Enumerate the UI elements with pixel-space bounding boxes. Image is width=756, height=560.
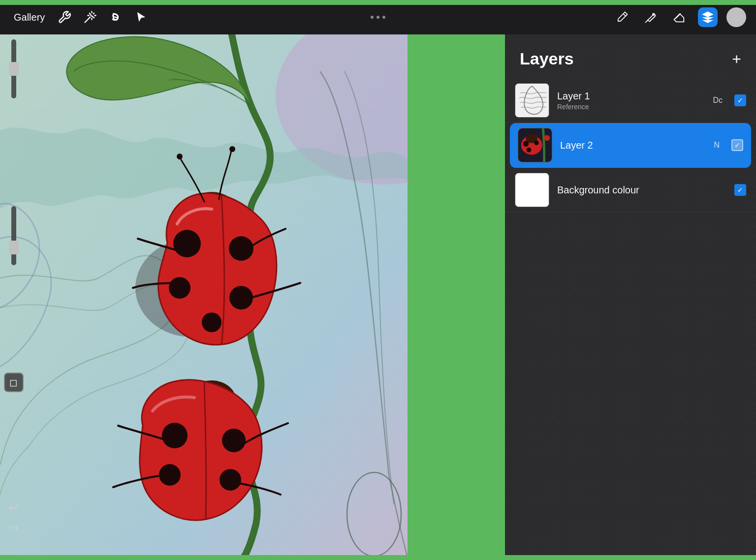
svg-point-23 xyxy=(222,429,246,452)
green-border-bottom xyxy=(0,555,756,560)
brush-size-slider-group xyxy=(11,39,16,98)
eraser-icon xyxy=(672,10,686,24)
layer-1-name: Layer 1 xyxy=(557,91,705,102)
brush-size-track[interactable] xyxy=(11,39,16,98)
eraser-button[interactable] xyxy=(669,7,689,27)
layer-2-mode: N xyxy=(714,141,720,150)
undo-redo-group: ↩ ↪ xyxy=(8,500,19,535)
dot1 xyxy=(371,16,374,19)
wrench-icon xyxy=(58,10,71,24)
svg-point-33 xyxy=(544,135,550,141)
cursor-icon xyxy=(134,10,148,24)
gallery-button[interactable]: Gallery xyxy=(10,10,49,25)
layer-bg-check: ✓ xyxy=(737,187,743,193)
brush-size-thumb[interactable] xyxy=(9,62,19,76)
layer-1-thumbnail xyxy=(515,83,549,118)
layer-2-check: ✓ xyxy=(734,142,740,149)
layer-2-visibility[interactable]: ✓ xyxy=(731,139,743,151)
layers-panel: Layers + Layer 1 Reference xyxy=(505,34,756,560)
wrench-button[interactable] xyxy=(55,7,74,27)
opacity-thumb[interactable] xyxy=(9,241,19,254)
layer-bg-info: Background colour xyxy=(557,185,726,196)
svg-point-25 xyxy=(220,469,241,491)
canvas-area xyxy=(0,34,408,555)
layer-2-name: Layer 2 xyxy=(560,140,706,151)
opacity-track[interactable] xyxy=(11,206,16,265)
svg-point-22 xyxy=(162,423,188,448)
add-layer-button[interactable]: + xyxy=(732,51,741,67)
selection-button[interactable]: ◻ xyxy=(4,373,24,392)
layer-bg-thumbnail xyxy=(515,173,549,207)
avatar-button[interactable] xyxy=(726,7,746,27)
redo-button[interactable]: ↪ xyxy=(8,520,19,535)
layer-2-thumbnail xyxy=(518,128,552,162)
panel-content: Layers + Layer 1 Reference xyxy=(505,34,756,213)
undo-button[interactable]: ↩ xyxy=(8,500,19,515)
magic-button[interactable] xyxy=(80,7,100,27)
layers-button[interactable] xyxy=(698,7,718,27)
layer-1-visibility[interactable]: ✓ xyxy=(734,94,746,106)
layer-1-mode: Dc xyxy=(713,96,723,105)
eyedropper-icon xyxy=(644,10,658,24)
top-bar: Gallery S xyxy=(0,0,756,34)
layer-row-2[interactable]: Layer 2 N ✓ xyxy=(510,123,751,168)
dot2 xyxy=(377,16,379,19)
magic-icon xyxy=(83,10,97,24)
layer-row-1[interactable]: Layer 1 Reference Dc ✓ xyxy=(505,78,756,123)
selection-icon: ◻ xyxy=(9,376,18,388)
layer-2-info: Layer 2 xyxy=(560,140,706,151)
layer-bg-visibility[interactable]: ✓ xyxy=(734,184,746,196)
svg-point-12 xyxy=(229,236,253,261)
layer-row-bg[interactable]: Background colour ✓ xyxy=(505,168,756,213)
green-border-top xyxy=(0,0,756,5)
left-toolbar: ◻ ↩ ↪ xyxy=(0,39,27,550)
smudge-icon: S xyxy=(109,10,123,24)
svg-point-15 xyxy=(202,312,221,332)
layer-1-info: Layer 1 Reference xyxy=(557,91,705,111)
opacity-slider-group xyxy=(11,206,16,265)
svg-point-30 xyxy=(523,141,529,147)
layer-1-check: ✓ xyxy=(737,97,743,104)
layers-title: Layers xyxy=(520,49,574,68)
eyedropper-button[interactable] xyxy=(641,7,661,27)
drawing-canvas xyxy=(0,34,408,555)
svg-point-14 xyxy=(229,286,253,310)
smudge-button[interactable]: S xyxy=(106,7,126,27)
svg-point-32 xyxy=(527,148,532,153)
layer-bg-name: Background colour xyxy=(557,185,726,196)
pen-button[interactable] xyxy=(612,7,632,27)
svg-rect-26 xyxy=(515,84,549,117)
top-bar-left: Gallery S xyxy=(10,7,151,27)
svg-point-1 xyxy=(653,13,655,15)
svg-point-13 xyxy=(169,277,190,299)
svg-rect-34 xyxy=(515,173,549,207)
svg-point-31 xyxy=(534,140,539,145)
layers-icon xyxy=(701,10,715,24)
pen-icon xyxy=(615,10,629,24)
layers-header: Layers + xyxy=(505,34,756,78)
cursor-button[interactable] xyxy=(131,7,151,27)
svg-point-16 xyxy=(177,154,183,159)
svg-point-17 xyxy=(229,146,235,152)
svg-text:S: S xyxy=(112,11,119,23)
layer-1-sub: Reference xyxy=(557,103,705,111)
three-dots-menu[interactable] xyxy=(371,16,385,19)
top-bar-right xyxy=(612,7,746,27)
dot3 xyxy=(382,16,385,19)
